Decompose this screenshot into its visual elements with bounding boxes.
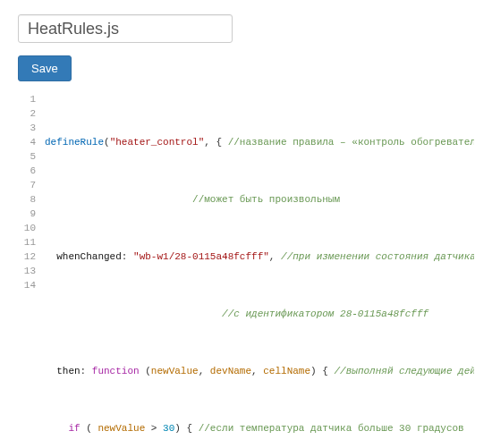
code-line: //может быть произвольным — [45, 192, 474, 207]
code-line: defineRule("heater_control", { //названи… — [45, 135, 474, 149]
gutter: 1 2 3 4 5 6 7 8 9 10 11 12 13 14 — [18, 92, 45, 448]
line-number: 4 — [18, 135, 36, 149]
line-number: 10 — [18, 221, 36, 235]
line-number: 9 — [18, 207, 36, 221]
code-line: if ( newValue > 30) { //если температура… — [45, 421, 474, 435]
filename-input[interactable] — [18, 14, 233, 43]
code-line: whenChanged: "wb-w1/28-0115a48fcfff", //… — [45, 249, 474, 264]
save-button[interactable]: Save — [18, 55, 72, 81]
line-number: 7 — [18, 178, 36, 192]
line-number: 12 — [18, 249, 36, 264]
code-line: then: function (newValue, devName, cellN… — [45, 364, 474, 378]
line-number: 11 — [18, 235, 36, 249]
line-number: 3 — [18, 121, 36, 135]
line-number: 13 — [18, 264, 36, 278]
line-number: 5 — [18, 149, 36, 164]
code-area[interactable]: defineRule("heater_control", { //названи… — [45, 92, 474, 448]
line-number: 1 — [18, 92, 36, 106]
header-row — [18, 14, 474, 43]
line-number: 6 — [18, 164, 36, 178]
line-number: 14 — [18, 278, 36, 292]
code-line: //с идентификатором 28-0115a48fcfff — [45, 307, 474, 321]
line-number: 2 — [18, 106, 36, 121]
code-editor[interactable]: 1 2 3 4 5 6 7 8 9 10 11 12 13 14 defineR… — [18, 92, 474, 448]
line-number: 8 — [18, 192, 36, 207]
